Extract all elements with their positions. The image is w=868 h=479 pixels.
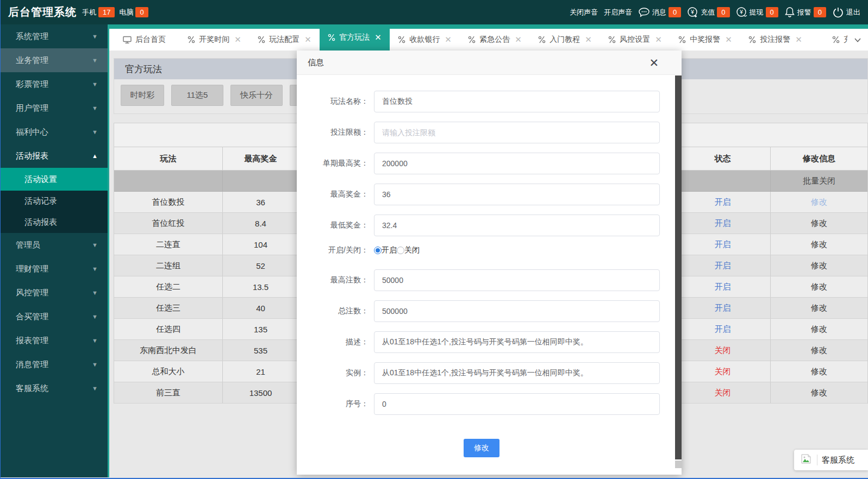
- tool-icon: [538, 36, 546, 43]
- category-button-2[interactable]: 快乐十分: [230, 85, 283, 106]
- status-toggle-link[interactable]: 开启: [715, 197, 731, 207]
- withdraw-label: 提现: [750, 8, 764, 17]
- status-toggle-link[interactable]: 开启: [715, 218, 731, 229]
- tab-4[interactable]: 收款银行✕: [390, 29, 460, 51]
- tab-6[interactable]: 入门教程✕: [530, 29, 600, 51]
- category-button-1[interactable]: 11选5: [171, 85, 223, 106]
- recharge-button[interactable]: ¥ 充值 0: [687, 7, 729, 18]
- tab-label: 官方玩法: [339, 33, 370, 42]
- tab-close-icon[interactable]: ✕: [304, 35, 311, 45]
- sidebar-item-2[interactable]: 彩票管理▼: [1, 72, 108, 96]
- modify-link[interactable]: 修改: [811, 367, 827, 377]
- radio-option-1[interactable]: 关闭: [397, 245, 420, 255]
- messages-button[interactable]: 消息 0: [638, 7, 681, 18]
- status-toggle-link[interactable]: 关闭: [715, 388, 731, 398]
- tab-1[interactable]: 开奖时间✕: [179, 29, 249, 51]
- tab-close-icon[interactable]: ✕: [795, 35, 802, 45]
- modify-link[interactable]: 修改: [811, 261, 827, 271]
- modify-link[interactable]: 修改: [811, 324, 827, 335]
- customer-service-widget[interactable]: 客服系统: [794, 450, 868, 470]
- sidebar-item-0[interactable]: 系统管理▼: [1, 24, 108, 48]
- sidebar-subitem-5-1[interactable]: 活动记录: [1, 191, 108, 212]
- batch-close-button[interactable]: 批量关闭: [803, 176, 835, 186]
- modify-link[interactable]: 修改: [811, 218, 827, 229]
- status-toggle-link[interactable]: 开启: [715, 324, 731, 335]
- tab-3[interactable]: 官方玩法✕: [320, 29, 390, 51]
- logout-button[interactable]: 退出: [832, 7, 860, 18]
- field-input-1[interactable]: [374, 122, 660, 143]
- modify-link[interactable]: 修改: [811, 388, 827, 398]
- chevron-down-icon: ▼: [92, 313, 98, 320]
- sidebar-item-3[interactable]: 用户管理▼: [1, 96, 108, 120]
- status-toggle-link[interactable]: 开启: [715, 240, 731, 250]
- tab-overflow-button[interactable]: [847, 29, 868, 51]
- sidebar-item-6[interactable]: 管理员▼: [1, 233, 108, 257]
- withdraw-button[interactable]: ¥ 提现 0: [736, 7, 778, 18]
- close-icon[interactable]: ✕: [649, 57, 659, 68]
- field-input-9[interactable]: [374, 362, 660, 384]
- chevron-down-icon: ▼: [92, 361, 98, 368]
- modal-scrollbar[interactable]: [675, 75, 682, 475]
- open-sound-button[interactable]: 开启声音: [604, 8, 632, 17]
- sidebar-item-4[interactable]: 福利中心▼: [1, 120, 108, 144]
- tab-close-icon[interactable]: ✕: [234, 35, 241, 45]
- modify-link[interactable]: 修改: [811, 282, 827, 292]
- sidebar-item-12[interactable]: 客服系统▼: [1, 376, 108, 400]
- radio-option-0[interactable]: 开启: [374, 245, 397, 255]
- tab-close-icon[interactable]: ✕: [725, 35, 732, 45]
- sidebar-item-9[interactable]: 合买管理▼: [1, 305, 108, 329]
- field-label: 投注限额：: [303, 128, 374, 137]
- tab-8[interactable]: 中奖报警✕: [670, 29, 740, 51]
- sidebar-subitem-5-2[interactable]: 活动报表: [1, 212, 108, 233]
- sidebar: 系统管理▼业务管理▼彩票管理▼用户管理▼福利中心▼活动报表▲活动设置活动记录活动…: [1, 24, 109, 477]
- cell-status: 开启: [675, 298, 771, 318]
- tab-close-icon[interactable]: ✕: [585, 35, 592, 45]
- tab-0[interactable]: 后台首页: [109, 29, 179, 51]
- field-input-4[interactable]: [374, 215, 660, 236]
- field-input-3[interactable]: [374, 184, 660, 205]
- tab-9[interactable]: 投注报警✕: [740, 29, 810, 51]
- chevron-down-icon: ▼: [92, 33, 98, 40]
- yen-arrow-icon: ¥: [736, 7, 747, 18]
- close-sound-button[interactable]: 关闭声音: [570, 8, 598, 17]
- status-toggle-link[interactable]: 关闭: [715, 367, 731, 377]
- sidebar-item-11[interactable]: 消息管理▼: [1, 352, 108, 376]
- field-input-0[interactable]: [374, 91, 660, 112]
- field-input-8[interactable]: [374, 331, 660, 353]
- modal-header: 信息 ✕: [297, 51, 682, 75]
- category-button-0[interactable]: 时时彩: [121, 85, 164, 106]
- modify-link[interactable]: 修改: [811, 197, 827, 207]
- tab-close-icon[interactable]: ✕: [655, 35, 662, 45]
- radio-selected-icon[interactable]: [374, 247, 382, 254]
- col-header-play: 玩法: [114, 147, 223, 170]
- tab-close-icon[interactable]: ✕: [374, 33, 382, 42]
- radio-unselected-icon[interactable]: [397, 247, 404, 254]
- sidebar-item-7[interactable]: 理财管理▼: [1, 257, 108, 281]
- tab-5[interactable]: 紧急公告✕: [460, 29, 530, 51]
- status-toggle-link[interactable]: 开启: [715, 282, 731, 292]
- status-toggle-link[interactable]: 关闭: [715, 345, 731, 356]
- modify-link[interactable]: 修改: [811, 303, 827, 313]
- tab-close-icon[interactable]: ✕: [515, 35, 522, 45]
- modal-submit-button[interactable]: 修改: [464, 439, 499, 457]
- field-input-7[interactable]: [374, 300, 660, 322]
- modify-link[interactable]: 修改: [811, 240, 827, 250]
- status-toggle-link[interactable]: 开启: [715, 261, 731, 271]
- sidebar-item-5[interactable]: 活动报表▲: [1, 144, 108, 168]
- field-input-10[interactable]: [374, 393, 660, 415]
- tab-7[interactable]: 风控设置✕: [600, 29, 670, 51]
- scrollbar-thumb[interactable]: [675, 75, 682, 459]
- alarm-button[interactable]: 报警 0: [784, 7, 826, 18]
- sidebar-item-10[interactable]: 报表管理▼: [1, 329, 108, 352]
- sidebar-item-8[interactable]: 风控管理▼: [1, 281, 108, 305]
- cell-play-name: 前三直: [114, 382, 223, 403]
- status-toggle-link[interactable]: 开启: [715, 303, 731, 313]
- sidebar-item-1[interactable]: 业务管理▼: [1, 48, 108, 72]
- sidebar-subitem-5-0[interactable]: 活动设置: [1, 168, 108, 191]
- chevron-down-icon: [854, 35, 861, 45]
- tab-close-icon[interactable]: ✕: [445, 35, 452, 45]
- field-input-6[interactable]: [374, 269, 660, 291]
- modify-link[interactable]: 修改: [811, 345, 827, 356]
- tab-2[interactable]: 玩法配置✕: [249, 29, 320, 51]
- field-input-2[interactable]: [374, 153, 660, 174]
